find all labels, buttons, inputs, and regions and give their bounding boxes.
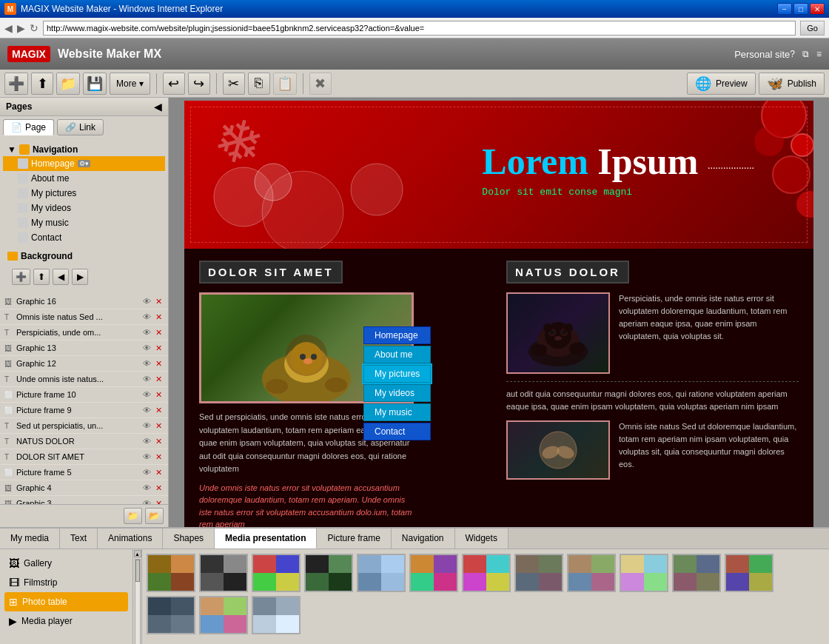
address-input[interactable] bbox=[43, 21, 796, 36]
nav-item-about[interactable]: About me bbox=[3, 171, 165, 186]
preview-button[interactable]: 🌐 Preview bbox=[687, 73, 756, 95]
layer-graphic3[interactable]: 🖼 Graphic 3 👁 ✕ bbox=[0, 496, 168, 504]
nav-menu-about[interactable]: About me bbox=[363, 346, 431, 363]
layer-sed[interactable]: T Sed ut perspiciatis, un... 👁 ✕ bbox=[0, 418, 168, 434]
layer-delete5-icon[interactable]: ✕ bbox=[153, 358, 164, 369]
layer-eye11-icon[interactable]: 👁 bbox=[141, 452, 152, 462]
nav-menu-contact[interactable]: Contact bbox=[363, 423, 431, 440]
media-filmstrip[interactable]: 🎞 Filmstrip bbox=[4, 573, 128, 592]
tab-widgets[interactable]: Widgets bbox=[455, 529, 509, 549]
layer-perspiciatis[interactable]: T Perspiciatis, unde om... 👁 ✕ bbox=[0, 325, 168, 341]
open-button[interactable]: 📁 bbox=[56, 73, 80, 95]
website-canvas[interactable]: ❄ bbox=[184, 101, 813, 527]
link-tab[interactable]: 🔗 Link bbox=[57, 119, 104, 135]
layer-eye-icon[interactable]: 👁 bbox=[141, 296, 152, 306]
layer-delete3-icon[interactable]: ✕ bbox=[153, 327, 164, 338]
layer-graphic16[interactable]: 🖼 Graphic 16 👁 ✕ bbox=[0, 294, 168, 309]
tab-shapes[interactable]: Shapes bbox=[163, 529, 215, 549]
layer-eye4-icon[interactable]: 👁 bbox=[141, 343, 152, 353]
nav-menu-pictures[interactable]: My pictures bbox=[363, 365, 431, 383]
layer-eye14-icon[interactable]: 👁 bbox=[141, 498, 152, 504]
layer-graphic13[interactable]: 🖼 Graphic 13 👁 ✕ bbox=[0, 341, 168, 356]
go-button[interactable]: Go bbox=[800, 21, 825, 36]
folder2-btn[interactable]: 📂 bbox=[145, 508, 164, 524]
media-gallery[interactable]: 🖼 Gallery bbox=[4, 554, 128, 573]
paste-button[interactable]: 📋 bbox=[273, 73, 297, 95]
media-player[interactable]: ▶ Media player bbox=[4, 611, 128, 631]
page-tab[interactable]: 📄 Page bbox=[3, 119, 54, 135]
layer-dolor[interactable]: T DOLOR SIT AMET 👁 ✕ bbox=[0, 449, 168, 465]
layer-unde[interactable]: T Unde omnis iste natus... 👁 ✕ bbox=[0, 372, 168, 387]
refresh-icon[interactable]: ↻ bbox=[30, 22, 38, 34]
media-thumb-12[interactable] bbox=[725, 554, 773, 592]
more-button[interactable]: More ▾ bbox=[110, 73, 150, 95]
tab-animations[interactable]: Animations bbox=[98, 529, 163, 549]
layer-picframe10[interactable]: ⬜ Picture frame 10 👁 ✕ bbox=[0, 387, 168, 403]
move-layer-up-btn[interactable]: ⬆ bbox=[33, 269, 50, 285]
tab-my-media[interactable]: My media bbox=[0, 529, 60, 549]
layer-eye3-icon[interactable]: 👁 bbox=[141, 327, 152, 338]
layer-graphic12[interactable]: 🖼 Graphic 12 👁 ✕ bbox=[0, 356, 168, 372]
add-layer-btn[interactable]: ➕ bbox=[12, 269, 30, 285]
nav-item-videos[interactable]: My videos bbox=[3, 201, 165, 215]
gear-badge[interactable]: ⚙▾ bbox=[78, 160, 90, 167]
layer-eye10-icon[interactable]: 👁 bbox=[141, 436, 152, 446]
media-thumb-1[interactable] bbox=[147, 554, 195, 592]
layer-picframe5[interactable]: ⬜ Picture frame 5 👁 ✕ bbox=[0, 465, 168, 480]
sidebar-scroll-up[interactable]: ▲ bbox=[134, 550, 141, 557]
forward-icon[interactable]: ▶ bbox=[17, 22, 25, 34]
layer-delete7-icon[interactable]: ✕ bbox=[153, 389, 164, 400]
panel-collapse-icon[interactable]: ◀ bbox=[154, 101, 162, 113]
canvas-area[interactable]: ❄ bbox=[169, 98, 829, 527]
save-button[interactable]: 💾 bbox=[83, 73, 107, 95]
next-layer-btn[interactable]: ▶ bbox=[72, 269, 88, 285]
layer-eye2-icon[interactable]: 👁 bbox=[141, 312, 152, 322]
layer-eye9-icon[interactable]: 👁 bbox=[141, 420, 152, 431]
media-thumb-4[interactable] bbox=[304, 554, 353, 592]
back-icon[interactable]: ◀ bbox=[4, 22, 13, 34]
tab-text[interactable]: Text bbox=[60, 529, 98, 549]
layer-delete9-icon[interactable]: ✕ bbox=[153, 420, 164, 431]
nav-menu-videos[interactable]: My videos bbox=[363, 384, 431, 402]
publish-button[interactable]: 🦋 Publish bbox=[759, 73, 825, 95]
layer-graphic4[interactable]: 🖼 Graphic 4 👁 ✕ bbox=[0, 480, 168, 496]
layer-omnis[interactable]: T Omnis iste natus Sed ... 👁 ✕ bbox=[0, 309, 168, 325]
folder-btn[interactable]: 📁 bbox=[124, 508, 142, 524]
help-icon[interactable]: ? bbox=[790, 49, 795, 59]
layer-eye6-icon[interactable]: 👁 bbox=[141, 374, 152, 384]
media-thumb-6[interactable] bbox=[409, 554, 458, 592]
layer-eye13-icon[interactable]: 👁 bbox=[141, 483, 152, 493]
media-thumb-7[interactable] bbox=[462, 554, 511, 592]
layer-eye7-icon[interactable]: 👁 bbox=[141, 389, 152, 400]
prev-layer-btn[interactable]: ◀ bbox=[53, 269, 69, 285]
layer-eye5-icon[interactable]: 👁 bbox=[141, 358, 152, 369]
media-thumb-8[interactable] bbox=[514, 554, 563, 592]
media-thumb-2[interactable] bbox=[199, 554, 248, 592]
layer-delete2-icon[interactable]: ✕ bbox=[153, 312, 164, 322]
sidebar-scrollbar[interactable]: ▲ ▼ bbox=[133, 549, 142, 644]
tab-navigation[interactable]: Navigation bbox=[392, 529, 455, 549]
close-button[interactable]: ✕ bbox=[810, 3, 825, 15]
undo-button[interactable]: ↩ bbox=[163, 73, 185, 95]
redo-button[interactable]: ↪ bbox=[188, 73, 210, 95]
layer-delete10-icon[interactable]: ✕ bbox=[153, 436, 164, 446]
media-photo-table[interactable]: ⊞ Photo table bbox=[4, 592, 128, 611]
layer-delete-icon[interactable]: ✕ bbox=[153, 296, 164, 306]
media-thumb-3[interactable] bbox=[252, 554, 301, 592]
nav-item-contact[interactable]: Contact bbox=[3, 230, 165, 245]
layer-delete14-icon[interactable]: ✕ bbox=[153, 498, 164, 504]
tab-picture-frame[interactable]: Picture frame bbox=[317, 529, 391, 549]
nav-item-homepage[interactable]: Homepage ⚙▾ bbox=[3, 156, 165, 171]
layer-eye8-icon[interactable]: 👁 bbox=[141, 405, 152, 415]
new-button[interactable]: ➕ bbox=[4, 73, 28, 95]
menu-icon[interactable]: ≡ bbox=[816, 49, 822, 59]
layer-natus[interactable]: T NATUS DOLOR 👁 ✕ bbox=[0, 434, 168, 449]
layer-delete6-icon[interactable]: ✕ bbox=[153, 374, 164, 384]
media-thumb-13[interactable] bbox=[147, 596, 195, 634]
delete-button[interactable]: ✖ bbox=[309, 73, 332, 95]
media-thumb-14[interactable] bbox=[199, 596, 248, 634]
media-thumb-5[interactable] bbox=[357, 554, 406, 592]
layer-delete11-icon[interactable]: ✕ bbox=[153, 452, 164, 462]
cut-button[interactable]: ✂ bbox=[223, 73, 245, 95]
layer-delete4-icon[interactable]: ✕ bbox=[153, 343, 164, 353]
